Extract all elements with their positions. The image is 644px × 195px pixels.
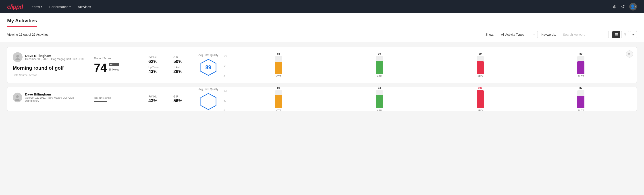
y-label-100: 100 <box>224 55 228 58</box>
user-name-2: Dave Billingham <box>25 92 88 96</box>
y-label-0: 0 <box>224 75 228 78</box>
bar-chart: 100 50 0 85 OTT 90 <box>224 52 631 78</box>
view-toggles: ☰ ⊞ ≡ <box>612 31 637 38</box>
big-score: 74 <box>94 62 107 74</box>
stat-1putt: 1 Putt 28% <box>174 66 193 74</box>
user-row-2: Dave Billingham October 16, 2021 - Gog M… <box>13 92 88 102</box>
viewing-suffix: Activities <box>36 33 48 36</box>
keywords-label: Keywords: <box>541 33 556 36</box>
bar-ott-fill <box>275 62 282 74</box>
bar-arg-fill <box>477 61 484 74</box>
bar-putt: 89 PUTT <box>530 52 631 78</box>
activity-card-2: Dave Billingham October 16, 2021 - Gog M… <box>7 87 637 111</box>
stat-fw-hit-label: FW Hit <box>148 56 168 59</box>
nav-performance[interactable]: Performance ▾ <box>49 4 71 10</box>
view-grid-icon: ⊞ <box>624 32 626 37</box>
hexagon-container: Avg Shot Quality 89 <box>198 54 218 76</box>
logo: clippd <box>7 3 23 10</box>
nav-activities[interactable]: Activities <box>78 4 91 10</box>
nav-activities-label: Activities <box>78 5 91 9</box>
bar-arg-value: 89 <box>479 52 482 55</box>
nav-performance-label: Performance <box>49 5 68 9</box>
round-score-label: Round Score <box>94 57 143 60</box>
stat-gir-label-2: GIR <box>174 95 193 98</box>
bar-putt-wrapper <box>577 56 584 74</box>
bar-arg-label: ARG <box>478 75 483 78</box>
svg-point-4 <box>15 98 20 100</box>
avg-shot-quality-label-2: Avg Shot Quality <box>198 88 218 91</box>
y-labels-2: 100 50 0 <box>224 90 228 111</box>
card-quality-2: Avg Shot Quality 100 50 0 94 <box>198 92 631 106</box>
y-labels: 100 50 0 <box>224 55 228 78</box>
bar-putt-label: PUTT <box>578 75 584 78</box>
nav-performance-chevron: ▾ <box>70 5 71 8</box>
user-row: Dave Billingham December 05, 2021 - Gog … <box>13 52 88 62</box>
user-avatar-button[interactable]: 👤 ▾ <box>629 3 637 10</box>
avatar <box>13 52 22 62</box>
stat-fw-hit-label-2: FW Hit <box>148 95 168 98</box>
card-round-score-2: Round Score <box>94 92 143 106</box>
bar-app-2: 93 APP <box>329 87 430 111</box>
bar-chart-area: 100 50 0 85 OTT 90 <box>224 52 631 78</box>
stat-fw-hit-value: 62% <box>148 59 168 64</box>
score-badge: +4 <box>109 63 119 66</box>
refresh-icon[interactable]: ↺ <box>621 4 625 9</box>
stat-1putt-label: 1 Putt <box>174 66 193 69</box>
stat-fw-hit-2: FW Hit 43% <box>148 95 168 103</box>
viewing-count: 12 <box>19 33 22 36</box>
stat-fw-hit-value-2: 43% <box>148 98 168 103</box>
holes-label: 18 Holes <box>109 68 119 71</box>
user-date-2: October 16, 2021 - Gog Magog Golf Club -… <box>25 96 88 102</box>
stat-gir: GIR 50% <box>174 56 193 64</box>
view-compact-button[interactable]: ≡ <box>630 31 637 38</box>
activity-title: Morning round of golf <box>13 65 88 71</box>
stat-gir-label: GIR <box>174 56 193 59</box>
stat-grid: FW Hit 62% GIR 50% Up/Down 43% 1 Putt 28… <box>148 52 193 78</box>
view-grid-button[interactable]: ⊞ <box>621 31 629 38</box>
keyword-input[interactable] <box>560 31 609 38</box>
nav-teams-chevron: ▾ <box>41 5 42 8</box>
round-score-label-2: Round Score <box>94 96 143 100</box>
stat-gir-value-2: 56% <box>174 98 193 103</box>
user-icon: 👤 <box>630 4 635 9</box>
activity-type-select[interactable]: All Activity Types <box>498 31 538 38</box>
add-icon[interactable]: ⊕ <box>613 4 616 9</box>
nav-teams[interactable]: Teams ▾ <box>30 4 42 10</box>
navbar-right: ⊕ ↺ 👤 ▾ <box>613 3 637 10</box>
user-info-2: Dave Billingham October 16, 2021 - Gog M… <box>25 92 88 102</box>
y-label-50: 50 <box>224 65 228 68</box>
view-compact-icon: ≡ <box>632 32 634 36</box>
bar-app-wrapper <box>376 56 383 74</box>
show-label: Show: <box>485 33 494 36</box>
avatar-2 <box>13 92 22 102</box>
bar-ott-label: OTT <box>276 75 281 78</box>
filter-bar: Viewing 12 out of 29 Activities Show: Al… <box>0 27 644 42</box>
bar-ott-value: 85 <box>277 52 280 55</box>
round-score-row-2 <box>94 101 143 102</box>
view-list-icon: ☰ <box>615 32 618 37</box>
bar-ott-2: 94 OTT <box>228 87 329 111</box>
hexagon-number: 89 <box>205 64 211 70</box>
view-list-button[interactable]: ☰ <box>612 31 620 38</box>
bar-arg-wrapper <box>477 56 484 74</box>
bar-putt-2: 87 PUTT <box>530 87 631 111</box>
svg-point-3 <box>16 95 19 98</box>
page-header: My Activities <box>0 14 644 27</box>
bar-app-label: APP <box>377 75 382 78</box>
stat-gir-2: GIR 56% <box>174 95 193 103</box>
svg-point-1 <box>16 58 20 60</box>
activity-card: ✏ Dave Billingham December 05, 2021 - Go… <box>7 47 637 83</box>
viewing-total: 29 <box>32 33 36 36</box>
bar-app-value: 90 <box>378 52 381 55</box>
user-name: Dave Billingham <box>25 54 84 58</box>
viewing-text: Viewing 12 out of 29 Activities <box>7 33 482 36</box>
content-area: ✏ Dave Billingham December 05, 2021 - Go… <box>0 42 644 116</box>
navbar: clippd Teams ▾ Performance ▾ Activities … <box>0 0 644 14</box>
hexagon-container-2: Avg Shot Quality <box>198 88 218 110</box>
edit-button[interactable]: ✏ <box>626 50 633 58</box>
viewing-middle: out of <box>22 33 32 36</box>
bar-putt-value: 89 <box>580 52 582 55</box>
user-date: December 05, 2021 - Gog Magog Golf Club … <box>25 58 84 61</box>
bar-putt-fill <box>577 61 584 74</box>
svg-marker-5 <box>201 94 216 110</box>
